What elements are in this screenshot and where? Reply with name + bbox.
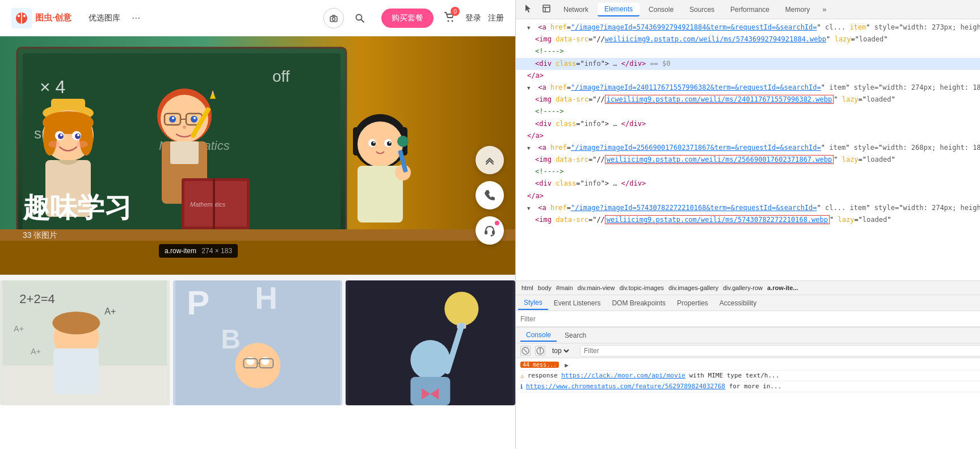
phone-button[interactable] [476, 181, 504, 209]
tab-properties[interactable]: Properties [671, 297, 714, 309]
camera-button[interactable] [323, 8, 344, 28]
code-line: </a> [516, 190, 980, 202]
svg-point-63 [397, 136, 409, 147]
cursor-icon-btn[interactable] [520, 2, 536, 17]
svg-text:A+: A+ [104, 307, 116, 316]
devtools-bottom: Console Search top [516, 327, 980, 395]
code-line[interactable]: <div class="info"> … </div> [516, 178, 980, 190]
elements-tab[interactable]: Elements [598, 3, 640, 16]
code-line-selected[interactable]: <div class="info"> … </div> == $0 [516, 58, 980, 70]
breadcrumb-body[interactable]: body [537, 284, 553, 291]
gallery-item-2[interactable]: P H B [173, 280, 343, 405]
expand-icon[interactable] [527, 22, 534, 29]
devtools-breadcrumb: html body #main div.main-view div.topic-… [516, 280, 980, 295]
svg-point-96 [491, 235, 493, 237]
breadcrumb-main[interactable]: #main [555, 284, 574, 291]
console-tab[interactable]: Console [642, 3, 680, 16]
gallery-row: 2+2=4 A+ A+ A+ P H B [0, 280, 515, 405]
svg-point-30 [60, 134, 62, 136]
breadcrumb-html[interactable]: html [520, 284, 535, 291]
svg-text:A+: A+ [31, 347, 41, 356]
info-icon: ℹ [520, 383, 523, 391]
console-no-errors-button[interactable] [535, 346, 545, 356]
scroll-up-button[interactable] [476, 146, 504, 174]
buy-button[interactable]: 购买套餐 [381, 9, 434, 28]
breadcrumb-images-gallery[interactable]: div.images-gallery [667, 284, 720, 291]
expand-icon[interactable] [527, 82, 534, 89]
code-line[interactable]: <img data-src="//icweiliimg9.pstatp.com/… [516, 94, 980, 106]
expand-arrow[interactable]: ▶ [565, 362, 569, 369]
more-tabs-button[interactable]: » [819, 3, 830, 16]
gallery-item-1[interactable]: 2+2=4 A+ A+ A+ [0, 280, 170, 405]
hero-title: 趣味学习 [23, 190, 132, 226]
devtools-code-area[interactable]: <a href="/image?imageId=5743699279492188… [516, 19, 980, 280]
expand-icon[interactable] [527, 142, 534, 149]
logo-area: 图虫·创意 [11, 8, 71, 28]
console-tab-console[interactable]: Console [520, 329, 557, 342]
log-link-2[interactable]: https://www.chromestatus.com/feature/562… [526, 383, 725, 390]
svg-point-33 [77, 141, 88, 148]
tab-event-listeners[interactable]: Event Listeners [548, 297, 607, 309]
code-line[interactable]: <div class="info"> … </div> [516, 118, 980, 130]
memory-tab[interactable]: Memory [779, 3, 817, 16]
code-line[interactable]: <img data-src="//weiliicimg9.pstatp.com/… [516, 214, 980, 226]
logo-icon [11, 8, 32, 28]
console-filter-input[interactable] [580, 345, 980, 356]
devtools-toolbar: Network Elements Console Sources Perform… [516, 0, 980, 19]
svg-point-61 [373, 142, 375, 144]
breadcrumb-main-view[interactable]: div.main-view [577, 284, 616, 291]
console-tab-search[interactable]: Search [559, 330, 592, 341]
code-line[interactable]: <img data-src="//weiliicimg9.pstatp.com/… [516, 154, 980, 166]
breadcrumb-gallery-row[interactable]: div.gallery-row [722, 284, 764, 291]
hero-subtitle: 33 张图片 [23, 230, 132, 241]
network-tab[interactable]: Network [557, 3, 595, 16]
code-line: <!----> [516, 45, 980, 57]
log-prefix: response [528, 372, 562, 379]
tab-dom-breakpoints[interactable]: DOM Breakpoints [606, 297, 671, 309]
svg-point-70 [52, 312, 100, 334]
console-log-area: 44 mess... ▶ ⚠ response https://clack./m… [516, 358, 980, 395]
svg-point-42 [172, 117, 174, 119]
filter-input[interactable] [520, 315, 980, 323]
svg-point-2 [18, 15, 20, 17]
svg-point-89 [411, 340, 451, 380]
svg-rect-18 [0, 235, 515, 275]
website-panel: 图虫·创意 优选图库 ··· 购买套餐 [0, 0, 515, 449]
svg-rect-98 [543, 5, 550, 12]
inspect-icon-btn[interactable] [539, 2, 554, 17]
login-button[interactable]: 登录 [465, 13, 481, 23]
tooltip-element: a.row-item [165, 247, 196, 255]
console-top-select[interactable]: top [550, 346, 571, 355]
register-button[interactable]: 注册 [488, 13, 504, 23]
code-line: <!----> [516, 166, 980, 178]
breadcrumb-topic-images[interactable]: div.topic-images [618, 284, 665, 291]
breadcrumb-row-item[interactable]: a.row-ite... [766, 284, 799, 291]
sources-tab[interactable]: Sources [683, 3, 721, 16]
headset-button[interactable] [476, 216, 504, 245]
expand-icon[interactable] [527, 203, 534, 209]
tab-accessibility[interactable]: Accessibility [714, 297, 762, 309]
svg-point-41 [191, 116, 197, 123]
svg-text:2+2=4: 2+2=4 [19, 292, 54, 306]
tooltip-size: 274 × 183 [201, 247, 232, 255]
code-line[interactable]: <a href="/image?imageId=5743078227221016… [516, 202, 980, 214]
code-line[interactable]: <a href="/image?imageId=2401176715579963… [516, 82, 980, 94]
console-clear-button[interactable] [520, 346, 531, 356]
nav-youshen[interactable]: 优选图库 [89, 13, 120, 23]
code-line[interactable]: <a href="/image?imageId=5743699279492188… [516, 22, 980, 33]
no-errors-icon [536, 347, 544, 355]
code-line[interactable]: <img data-src="//weiliicimg9.pstatp.com/… [516, 33, 980, 45]
fab-container [476, 305, 504, 404]
performance-tab[interactable]: Performance [724, 3, 776, 16]
search-button[interactable] [350, 8, 370, 28]
log-text-1: response https://clack./moor.com/api/mov… [528, 372, 980, 379]
tab-styles[interactable]: Styles [518, 296, 548, 310]
console-log-line-2: ⚠ response https://clack./moor.com/api/m… [520, 371, 980, 381]
nav-dots[interactable]: ··· [132, 12, 140, 24]
log-link-1[interactable]: https://clack./moor.com/api/movie [561, 372, 685, 379]
svg-line-102 [524, 349, 527, 353]
search-area [323, 8, 370, 28]
code-line[interactable]: <a href="/image?imageId=2566900176023718… [516, 142, 980, 154]
svg-text:B: B [221, 324, 241, 354]
cart-area[interactable]: 0 [443, 10, 456, 26]
